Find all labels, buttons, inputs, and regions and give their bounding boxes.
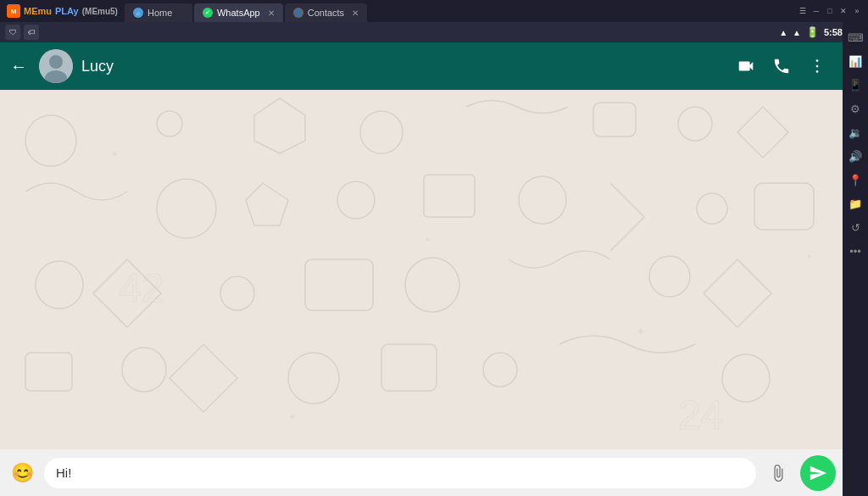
send-button[interactable] bbox=[800, 455, 836, 491]
tab-whatsapp[interactable]: ✔ WhatsApp ✕ bbox=[194, 3, 283, 22]
svg-point-26 bbox=[483, 353, 517, 387]
wifi-icon: ▲ bbox=[779, 28, 787, 37]
memu-logo-icon: M bbox=[7, 4, 20, 18]
svg-point-18 bbox=[220, 276, 254, 310]
svg-point-14 bbox=[519, 176, 566, 224]
svg-text:✦: ✦ bbox=[288, 411, 297, 423]
svg-text:42: 42 bbox=[119, 265, 164, 310]
shield-icon: 🛡 bbox=[5, 25, 20, 40]
svg-point-7 bbox=[157, 111, 182, 137]
svg-point-4 bbox=[816, 65, 819, 68]
message-input[interactable] bbox=[44, 458, 756, 488]
svg-rect-13 bbox=[424, 175, 475, 217]
system-bar-left: 🛡 🏷 bbox=[5, 25, 39, 40]
settings-icon[interactable]: ⚙ bbox=[845, 98, 865, 119]
memu-logo-text: MEmu bbox=[24, 6, 52, 16]
svg-point-27 bbox=[722, 354, 770, 402]
tab-contacts[interactable]: 👤 Contacts ✕ bbox=[285, 3, 367, 22]
close-btn[interactable]: ✕ bbox=[837, 5, 849, 17]
back-button[interactable]: ← bbox=[7, 53, 31, 80]
svg-point-23 bbox=[122, 348, 166, 392]
header-actions bbox=[731, 51, 832, 81]
whatsapp-header: ← Lucy bbox=[0, 42, 843, 90]
svg-point-1 bbox=[49, 55, 63, 69]
svg-text:✦: ✦ bbox=[805, 252, 812, 261]
title-bar: M MEmu PLAy (MEmu5) ⌂ Home ✔ WhatsApp ✕ … bbox=[0, 0, 868, 22]
more-options-button[interactable] bbox=[802, 51, 832, 81]
svg-point-20 bbox=[405, 258, 459, 312]
right-sidebar: ⌨ 📊 📱 ⚙ 🔉 🔊 📍 📁 ↺ ••• bbox=[843, 22, 868, 496]
memu-play-text: PLAy bbox=[55, 6, 79, 16]
svg-point-8 bbox=[360, 111, 403, 153]
signal-icon: ▲ bbox=[793, 28, 801, 37]
svg-point-5 bbox=[816, 70, 819, 73]
svg-point-10 bbox=[678, 107, 712, 141]
minimize-btn[interactable]: ─ bbox=[810, 5, 822, 17]
svg-point-12 bbox=[337, 181, 375, 219]
svg-rect-19 bbox=[305, 259, 373, 310]
attach-button[interactable] bbox=[763, 458, 793, 488]
contact-avatar[interactable] bbox=[39, 49, 73, 83]
svg-rect-9 bbox=[593, 103, 636, 137]
app-area: ← Lucy bbox=[0, 42, 843, 496]
svg-point-15 bbox=[697, 193, 727, 224]
tabs-area: ⌂ Home ✔ WhatsApp ✕ 👤 Contacts ✕ bbox=[125, 0, 797, 22]
tab-home[interactable]: ⌂ Home bbox=[125, 3, 192, 22]
voice-call-button[interactable] bbox=[766, 51, 797, 81]
svg-rect-22 bbox=[25, 353, 72, 391]
svg-rect-25 bbox=[381, 344, 437, 391]
svg-point-6 bbox=[25, 115, 76, 166]
svg-text:✦: ✦ bbox=[110, 148, 119, 160]
system-bar: 🛡 🏷 ▲ ▲ 🔋 5:58 bbox=[0, 22, 868, 42]
whatsapp-tab-close[interactable]: ✕ bbox=[268, 8, 275, 18]
svg-text:24: 24 bbox=[678, 393, 723, 437]
svg-text:✦: ✦ bbox=[424, 235, 431, 244]
keyboard-icon[interactable]: ⌨ bbox=[845, 27, 865, 47]
volume-up-icon[interactable]: 🔊 bbox=[845, 146, 865, 166]
memu-instance-text: (MEmu5) bbox=[82, 7, 118, 16]
restore-btn[interactable]: □ bbox=[824, 5, 836, 17]
menu-btn[interactable]: ☰ bbox=[797, 5, 809, 17]
whatsapp-tab-favicon: ✔ bbox=[203, 8, 213, 18]
video-call-button[interactable] bbox=[731, 51, 761, 81]
contact-name[interactable]: Lucy bbox=[81, 58, 722, 75]
screen-icon[interactable]: 📱 bbox=[845, 75, 865, 95]
contacts-tab-close[interactable]: ✕ bbox=[352, 8, 359, 18]
whatsapp-tab-label: WhatsApp bbox=[217, 8, 260, 18]
contacts-tab-favicon: 👤 bbox=[293, 8, 303, 18]
battery-icon: 🔋 bbox=[806, 26, 819, 38]
more-sidebar-icon[interactable]: ••• bbox=[845, 241, 865, 261]
volume-down-icon[interactable]: 🔉 bbox=[845, 122, 865, 142]
svg-point-17 bbox=[36, 261, 83, 309]
location-icon[interactable]: 📍 bbox=[845, 170, 865, 190]
label-icon: 🏷 bbox=[24, 25, 39, 40]
contacts-tab-label: Contacts bbox=[308, 8, 344, 18]
chat-area[interactable]: ✦ ✦ ✦ ✦ ✦ 42 24 bbox=[0, 90, 843, 449]
emoji-button[interactable]: 😊 bbox=[7, 458, 37, 488]
folder-icon[interactable]: 📁 bbox=[845, 193, 865, 214]
svg-point-3 bbox=[816, 59, 819, 62]
chat-background-doodles: ✦ ✦ ✦ ✦ ✦ 42 24 bbox=[0, 90, 843, 449]
rotate-icon[interactable]: ↺ bbox=[845, 217, 865, 237]
svg-point-21 bbox=[649, 256, 690, 297]
home-tab-favicon: ⌂ bbox=[133, 8, 143, 18]
svg-text:✦: ✦ bbox=[636, 325, 646, 338]
memu-logo: M MEmu PLAy (MEmu5) bbox=[0, 0, 125, 22]
home-tab-label: Home bbox=[147, 8, 172, 18]
time-display: 5:58 bbox=[824, 27, 843, 37]
title-bar-controls: ☰ ─ □ ✕ » bbox=[797, 5, 868, 17]
input-area: 😊 bbox=[0, 449, 843, 496]
svg-point-11 bbox=[157, 179, 216, 238]
system-bar-right: ▲ ▲ 🔋 5:58 bbox=[779, 26, 843, 38]
svg-rect-16 bbox=[754, 183, 814, 230]
stats-icon[interactable]: 📊 bbox=[845, 51, 865, 71]
svg-point-24 bbox=[288, 353, 339, 404]
more-btn[interactable]: » bbox=[851, 5, 863, 17]
